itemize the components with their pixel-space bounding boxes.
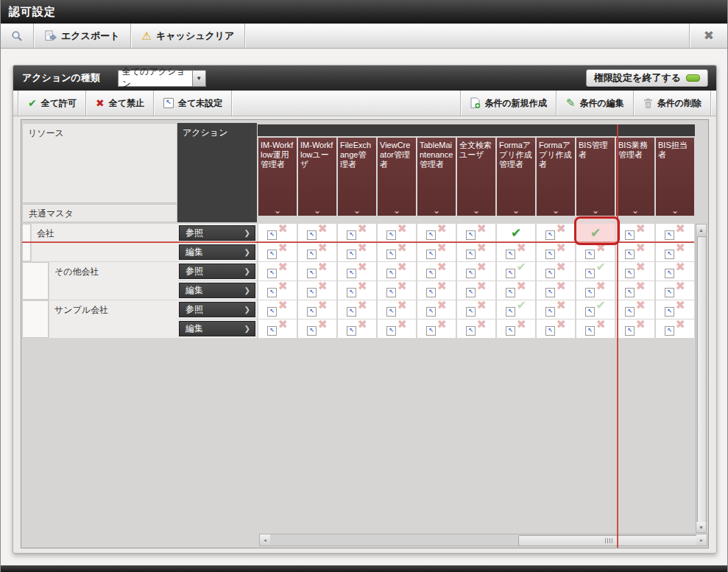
role-column-header[interactable]: BIS担当者⌄ [656, 138, 694, 216]
permission-cell[interactable]: ✔↖ [576, 300, 615, 319]
permission-cell[interactable]: ✖↖ [417, 319, 456, 338]
permission-cell[interactable]: ✔ [497, 224, 535, 242]
action-row-button[interactable]: 参照❯ [179, 302, 255, 317]
permission-cell[interactable]: ✖↖ [457, 319, 495, 338]
permission-cell[interactable]: ✖↖ [378, 319, 416, 338]
finish-permission-settings-button[interactable]: 権限設定を終了する [586, 69, 708, 87]
permission-cell[interactable]: ✖↖ [378, 262, 416, 280]
permission-cell[interactable]: ✖↖ [378, 224, 416, 242]
permission-cell[interactable]: ✖↖ [457, 224, 495, 242]
action-row-button[interactable]: 編集❯ [179, 244, 255, 260]
permission-cell[interactable]: ✖↖ [576, 243, 615, 261]
permission-cell[interactable]: ✖↖ [616, 224, 654, 242]
condition-edit-button[interactable]: ✎ 条件の編集 [557, 91, 633, 116]
permission-cell[interactable]: ✖↖ [616, 319, 654, 338]
permission-cell[interactable]: ✖↖ [576, 281, 615, 300]
permission-cell[interactable]: ✖↖ [537, 300, 575, 319]
permission-cell[interactable]: ✖↖ [417, 300, 456, 319]
chevron-down-icon[interactable]: ⌄ [417, 206, 456, 215]
chevron-down-icon[interactable]: ⌄ [656, 206, 694, 215]
permission-cell[interactable]: ✖↖ [258, 319, 297, 338]
condition-new-button[interactable]: 条件の新規作成 [462, 91, 556, 116]
permission-cell[interactable]: ✖↖ [656, 300, 694, 319]
condition-delete-button[interactable]: 条件の削除 [635, 91, 710, 116]
scroll-right-button[interactable]: ▸ [696, 534, 707, 545]
deny-all-button[interactable]: ✖ 全て禁止 [87, 91, 153, 116]
permission-cell[interactable]: ✖↖ [378, 281, 416, 300]
permission-cell[interactable]: ✖↖ [417, 224, 456, 242]
role-column-header[interactable]: ViewCreator管理者⌄ [378, 138, 416, 216]
permission-cell[interactable]: ✖↖ [338, 300, 376, 319]
chevron-down-icon[interactable]: ⌄ [457, 206, 495, 215]
permission-cell[interactable]: ✖↖ [258, 224, 297, 242]
permission-cell[interactable]: ✖↖ [537, 224, 575, 242]
permission-cell[interactable]: ✖↖ [656, 262, 694, 280]
cache-clear-button[interactable]: ⚠ キャッシュクリア [132, 24, 245, 48]
permission-cell[interactable]: ✖↖ [378, 243, 416, 261]
permission-cell[interactable]: ✖↖ [258, 262, 297, 280]
permission-cell[interactable]: ✖↖ [537, 262, 575, 280]
permission-cell[interactable]: ✖↖ [656, 243, 694, 261]
permission-cell[interactable]: ✖↖ [298, 300, 336, 319]
role-column-header[interactable]: BIS業務管理者⌄ [616, 138, 654, 216]
permission-cell[interactable]: ✖↖ [537, 319, 575, 338]
permission-cell[interactable]: ✖↖ [258, 243, 297, 261]
role-column-header[interactable]: TableMaintenance管理者⌄ [417, 138, 456, 216]
permission-cell[interactable]: ✖↖ [457, 281, 495, 300]
action-type-select[interactable]: 全てのアクション ▼ [118, 70, 206, 87]
horizontal-scrollbar-thumb[interactable] [518, 535, 699, 546]
permission-cell[interactable]: ✖↖ [537, 243, 575, 261]
permission-cell[interactable]: ✖↖ [338, 281, 376, 300]
permission-cell[interactable]: ✖↖ [338, 224, 376, 242]
role-column-header[interactable]: Formaアプリ作成管理者⌄ [497, 138, 535, 216]
permission-cell[interactable]: ✖↖ [298, 281, 336, 300]
role-column-header[interactable]: BIS管理者⌄ [576, 138, 615, 216]
permission-cell[interactable]: ✖↖ [258, 281, 297, 300]
permission-cell[interactable]: ✖↖ [616, 300, 654, 319]
permission-cell[interactable]: ✖↖ [417, 281, 456, 300]
horizontal-scrollbar[interactable]: ◂ ▸ [259, 534, 707, 546]
resource-group-row[interactable]: 共通マスタ [22, 204, 177, 222]
permission-cell[interactable]: ✖↖ [298, 243, 336, 261]
resource-row-label[interactable]: サンプル会社 [49, 300, 177, 338]
permission-cell[interactable]: ✖↖ [378, 300, 416, 319]
permission-cell[interactable]: ✖↖ [616, 281, 654, 300]
action-row-button[interactable]: 編集❯ [179, 283, 255, 298]
role-column-header[interactable]: Formaアプリ作成者⌄ [537, 138, 575, 216]
role-column-header[interactable]: IM-Workflow運用管理者⌄ [258, 138, 297, 216]
chevron-down-icon[interactable]: ⌄ [338, 206, 376, 215]
permission-cell[interactable]: ✖↖ [576, 319, 615, 338]
permission-cell[interactable]: ✖↖ [497, 281, 535, 300]
permission-cell[interactable]: ✔↖ [497, 262, 535, 280]
allow-all-button[interactable]: ✔ 全て許可 [19, 91, 85, 116]
search-button[interactable] [1, 24, 33, 48]
permission-cell[interactable]: ✖↖ [457, 300, 495, 319]
permission-cell[interactable]: ✖↖ [298, 224, 336, 242]
permission-cell[interactable]: ✖↖ [537, 281, 575, 300]
permission-cell[interactable]: ✖↖ [417, 243, 456, 261]
resource-row-label[interactable]: その他会社 [49, 262, 177, 300]
permission-cell[interactable]: ✖↖ [298, 319, 336, 338]
action-row-button[interactable]: 参照❯ [179, 225, 255, 241]
scroll-left-button[interactable]: ◂ [260, 534, 270, 545]
permission-cell[interactable]: ✖↖ [656, 281, 694, 300]
unset-all-button[interactable]: ↖ 全て未設定 [155, 91, 231, 116]
chevron-down-icon[interactable]: ⌄ [258, 206, 297, 215]
chevron-down-icon[interactable]: ⌄ [298, 206, 336, 215]
permission-cell[interactable]: ✖↖ [338, 319, 376, 338]
chevron-down-icon[interactable]: ⌄ [616, 206, 654, 215]
chevron-down-icon[interactable]: ⌄ [378, 206, 416, 215]
permission-cell[interactable]: ✖↖ [298, 262, 336, 280]
dropdown-arrow-icon[interactable]: ▼ [192, 71, 205, 86]
permission-cell[interactable]: ✖↖ [338, 262, 376, 280]
chevron-down-icon[interactable]: ⌄ [576, 206, 615, 215]
permission-cell[interactable]: ✖↖ [457, 262, 495, 280]
permission-cell[interactable]: ✖↖ [656, 319, 694, 338]
close-button[interactable]: ✖ [690, 24, 727, 48]
permission-cell[interactable]: ✖↖ [417, 262, 456, 280]
permission-cell[interactable]: ✖↖ [616, 243, 654, 261]
permission-cell[interactable]: ✖↖ [457, 243, 495, 261]
permission-cell[interactable]: ✖↖ [616, 262, 654, 280]
role-column-header[interactable]: 全文検索ユーザ⌄ [457, 138, 495, 216]
permission-cell[interactable]: ✖↖ [338, 243, 376, 261]
